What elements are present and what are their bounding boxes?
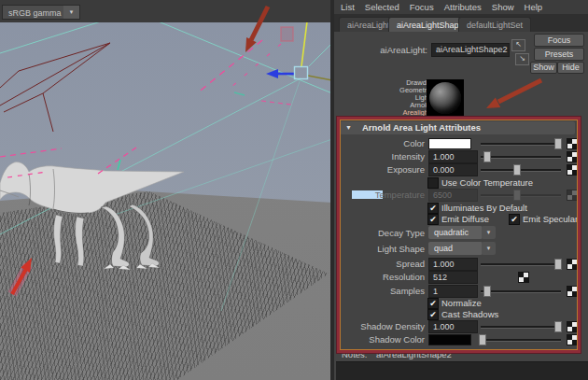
attr-row-emit: ✔ Emit Diffuse ✔ Emit Specular: [334, 213, 581, 225]
temperature-slider: [481, 189, 561, 201]
attr-label: Spread: [334, 259, 425, 269]
node-preview: Drawdb Geometry Light Arnold Arealight: [334, 78, 588, 120]
map-checker-icon[interactable]: [518, 272, 529, 283]
resolution-field[interactable]: 512: [428, 271, 478, 284]
node-name-field[interactable]: aiAreaLightShape2: [431, 43, 510, 57]
light-shape-dropdown[interactable]: quad: [428, 242, 483, 255]
node-type-stack: Drawdb Geometry Light Arnold Arealight: [334, 79, 430, 117]
menu-selected[interactable]: Selected: [365, 2, 399, 12]
notes-label: Notes:: [342, 349, 367, 359]
attr-label: Temperature: [334, 190, 425, 200]
type-arealight: Arealight: [334, 109, 430, 117]
scene-graphics: [0, 0, 332, 380]
color-swatch[interactable]: [428, 138, 471, 149]
notes-textarea[interactable]: [336, 361, 588, 380]
attr-label: Samples: [334, 286, 425, 296]
section-title: Arnold Area Light Attributes: [362, 121, 481, 134]
attr-label: Color: [334, 138, 425, 148]
spread-slider[interactable]: [481, 258, 561, 270]
x-axis-handle: [308, 76, 332, 80]
section-arnold-area-light-attributes[interactable]: ▼ Arnold Area Light Attributes: [340, 121, 575, 134]
map-checker-icon[interactable]: [567, 138, 578, 149]
attr-row-light-shape: Light Shape quad ▼: [334, 243, 581, 255]
exposure-field[interactable]: 0.000: [428, 163, 478, 176]
presets-button[interactable]: Presets: [534, 48, 584, 61]
attr-row-cast-shadows: ✔ Cast Shadows: [334, 308, 581, 320]
gamma-dropdown[interactable]: sRGB gamma ▼: [2, 5, 80, 20]
tab-defaultLightSet[interactable]: defaultLightSet: [458, 17, 531, 32]
temperature-field: 6500: [428, 189, 478, 202]
map-checker-icon[interactable]: [567, 259, 578, 270]
attr-label: Shadow Density: [334, 321, 425, 331]
show-button[interactable]: Show: [530, 62, 557, 74]
menu-show[interactable]: Show: [492, 2, 514, 12]
attr-row-intensity: Intensity 1.000: [334, 150, 581, 162]
menu-focus[interactable]: Focus: [410, 2, 434, 12]
menu-help[interactable]: Help: [525, 2, 543, 12]
shadow-color-slider[interactable]: [481, 333, 561, 345]
check-icon: ✔: [511, 215, 518, 224]
spread-field[interactable]: 1.000: [428, 258, 478, 271]
node-tab-bar: aiAreaLight2 aiAreaLightShape2 defaultLi…: [334, 14, 588, 32]
attr-label: Intensity: [334, 151, 425, 162]
attr-label: Shadow Color: [334, 334, 425, 345]
show-connections-icon[interactable]: ↘: [515, 53, 529, 65]
map-checker-icon[interactable]: [567, 151, 578, 162]
checkbox-label: Emit Diffuse: [441, 214, 489, 224]
attr-row-resolution: Resolution 512: [334, 271, 581, 283]
checkbox-label: Illuminates By Default: [441, 203, 527, 213]
shadow-color-swatch[interactable]: [428, 334, 471, 345]
emit-specular-checkbox[interactable]: ✔: [509, 214, 520, 225]
notes-row: Notes: aiAreaLightShape2: [334, 349, 588, 361]
checkbox-label: Emit Specular: [523, 214, 578, 224]
check-icon: ✔: [429, 204, 437, 213]
transform-gizmo[interactable]: [266, 15, 332, 80]
area-light-wireframe: [0, 11, 332, 311]
selection-dashes: [0, 40, 291, 177]
attr-label: Light Shape: [334, 244, 425, 254]
map-checker-icon: [567, 190, 578, 201]
gizmo-center-square: [295, 67, 308, 79]
z-axis-arrowhead: [266, 69, 278, 78]
attr-row-shadow-color: Shadow Color: [334, 333, 581, 345]
map-checker-icon[interactable]: [567, 164, 578, 176]
samples-field[interactable]: 1: [428, 285, 478, 298]
material-sphere-preview[interactable]: [427, 79, 464, 117]
decay-type-dropdown[interactable]: quadratic: [428, 226, 483, 239]
cast-shadows-checkbox[interactable]: ✔: [427, 309, 439, 320]
checkbox-label: Normalize: [441, 298, 482, 308]
menu-list[interactable]: List: [341, 2, 355, 12]
map-checker-icon[interactable]: [567, 286, 578, 297]
dropdown-arrow-icon[interactable]: ▼: [482, 226, 496, 239]
checkbox-label: Cast Shadows: [441, 309, 498, 319]
node-name-row: aiAreaLight: aiAreaLightShape2 ↖ ↘ Focus…: [334, 39, 588, 77]
chevron-down-icon[interactable]: ▼: [63, 6, 79, 19]
menu-attributes[interactable]: Attributes: [444, 2, 482, 12]
intensity-slider[interactable]: [481, 150, 561, 162]
use-color-temperature-checkbox[interactable]: [427, 177, 439, 189]
intensity-field[interactable]: 1.000: [428, 150, 478, 163]
map-checker-icon[interactable]: [567, 321, 578, 332]
node-name-label: aiAreaLight:: [334, 45, 427, 55]
hide-button[interactable]: Hide: [557, 62, 584, 74]
attr-row-shadow-density: Shadow Density 1.000: [334, 320, 581, 332]
viewport-3d[interactable]: sRGB gamma ▼: [0, 0, 332, 380]
focus-button[interactable]: Focus: [534, 34, 584, 47]
samples-slider[interactable]: [481, 285, 561, 297]
shadow-density-slider[interactable]: [481, 320, 561, 332]
attribute-editor-panel: List Selected Focus Attributes Show Help…: [334, 0, 588, 380]
check-icon: ✔: [429, 310, 437, 319]
emit-diffuse-checkbox[interactable]: ✔: [427, 214, 439, 225]
attr-row-temperature: Temperature 6500: [334, 189, 581, 201]
color-slider[interactable]: [481, 137, 561, 149]
gamma-dropdown-label: sRGB gamma: [8, 8, 62, 18]
teal-ticks: [118, 92, 245, 170]
y-axis-handle: [301, 21, 307, 66]
exposure-slider[interactable]: [481, 163, 561, 176]
pin-node-icon[interactable]: ↖: [511, 39, 525, 51]
dropdown-arrow-icon[interactable]: ▼: [482, 242, 496, 255]
shadow-density-field[interactable]: 1.000: [428, 320, 478, 333]
expander-triangle-icon[interactable]: ▼: [345, 121, 352, 134]
attr-row-exposure: Exposure 0.000: [334, 163, 581, 176]
map-checker-icon[interactable]: [567, 334, 578, 345]
